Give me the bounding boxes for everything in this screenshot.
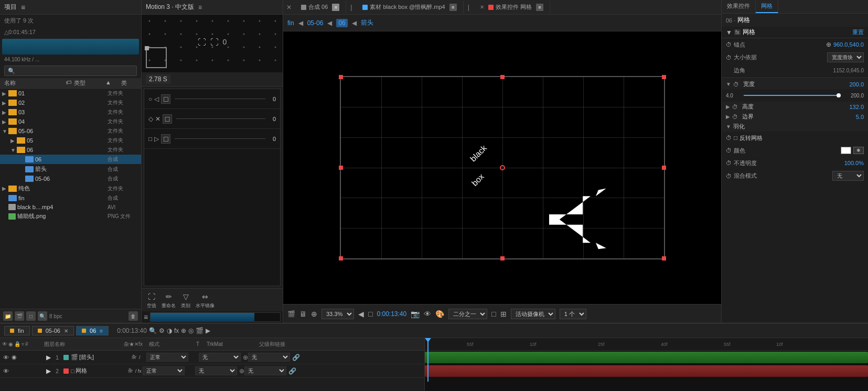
list-item[interactable]: ▶ 05 文件夹 (0, 136, 141, 145)
reset-btn[interactable]: 重置 (852, 28, 864, 36)
col-sort-icon[interactable]: ▲ (105, 79, 121, 87)
new-folder-btn[interactable]: 📁 (3, 311, 13, 321)
timeline-effects-btn[interactable]: fx (174, 327, 179, 334)
x-icon[interactable]: ✕ (155, 115, 160, 123)
show-channel-btn[interactable]: 👁 (424, 310, 431, 318)
tab06-menu[interactable]: ≡ (100, 328, 103, 334)
motion-menu-icon[interactable]: ≡ (198, 4, 202, 11)
timeline-motion-blur-btn[interactable]: ◑ (167, 327, 172, 334)
list-item[interactable]: ▶ fin 合成 (0, 193, 141, 203)
back-arrow-icon[interactable]: ◁ (154, 95, 159, 103)
list-item[interactable]: ▼ 05-06 文件夹 (0, 126, 141, 136)
rename-btn[interactable]: ✏ 重命名 (162, 291, 176, 309)
timeline-tab-0506[interactable]: 05-06 ✕ (32, 326, 74, 335)
list-item[interactable]: ▶ 03 文件夹 (0, 107, 141, 117)
list-item[interactable]: ▶ 01 文件夹 (0, 89, 141, 98)
opacity-value-text[interactable]: 100.0% (844, 160, 864, 166)
list-item[interactable]: ▶ 箭头 合成 (0, 164, 141, 174)
expand-full-btn[interactable]: ⛶ (198, 38, 206, 47)
layer2-mode-select[interactable]: 正常 (143, 366, 185, 375)
toggle-safe-btn[interactable]: ⊕ (311, 310, 317, 318)
toggle-audio-btn[interactable]: 🎬 (287, 310, 295, 318)
layer2-track-bar[interactable] (425, 365, 868, 377)
feather-section-header[interactable]: ▼ 羽化 (722, 122, 868, 132)
feather-stopwatch-icon[interactable]: ⏱ (726, 135, 732, 141)
arrow-breadcrumb[interactable]: 箭头 (361, 18, 373, 27)
toggle-transparency-btn[interactable]: □ (491, 310, 496, 318)
category-btn[interactable]: ▽ 类别 (180, 291, 191, 309)
tab-comp06[interactable]: 合成 06 ≡ (295, 1, 346, 13)
breadcrumb-sep-2[interactable]: ◀ (327, 19, 332, 27)
layer2-lock[interactable] (19, 367, 26, 375)
corner-dim-text[interactable]: 1152.0,645.0 (833, 68, 864, 73)
tab-effects[interactable]: ✕ 效果控件 网格 ≡ (474, 1, 550, 13)
snapshot-btn[interactable]: 📷 (411, 310, 420, 318)
list-item[interactable]: ▶ 02 文件夹 (0, 98, 141, 107)
project-search-input[interactable] (4, 66, 137, 76)
toggle-view-btn[interactable]: 🖥 (299, 310, 307, 318)
layer2-switch1[interactable]: 杂 (128, 367, 135, 374)
fin-breadcrumb[interactable]: fin (287, 19, 294, 27)
comp0506-breadcrumb[interactable]: 05-06 (307, 19, 324, 27)
layer2-visibility[interactable]: 👁 (2, 367, 9, 375)
blend-stopwatch-icon[interactable]: ⏱ (726, 173, 732, 179)
layer1-parent[interactable]: 无 (248, 353, 290, 362)
blend-select[interactable]: 无 (832, 171, 864, 181)
find-btn[interactable]: 🔍 (38, 311, 47, 321)
timeline-tab-fin[interactable]: fin (4, 326, 30, 335)
timeline-solo-btn[interactable]: ⚙ (159, 327, 165, 334)
layer2-trkmat[interactable]: 无 (195, 366, 237, 375)
layer1-switch2[interactable]: / (139, 355, 146, 360)
height-section-header[interactable]: ▶ ⏱ 高度 132.0 (722, 102, 868, 112)
layer1-switch1[interactable]: 杂 (132, 354, 139, 361)
width-value[interactable]: 200.0 (849, 81, 864, 88)
comp06-breadcrumb[interactable]: 06 (336, 19, 347, 27)
layer1-trkmat[interactable]: 无 (199, 353, 241, 362)
project-menu-icon[interactable]: ≡ (21, 3, 25, 12)
list-item[interactable]: ▶ 04 文件夹 (0, 117, 141, 126)
grid-tab[interactable]: 网格 (756, 0, 778, 13)
width-stopwatch-icon[interactable]: ⏱ (733, 81, 739, 88)
color-btn[interactable]: 🎨 (435, 310, 444, 318)
search-timeline-btn[interactable]: 🔍 (149, 327, 157, 334)
fwd-arrow-icon[interactable]: ▷ (154, 135, 159, 143)
size-by-select[interactable]: 宽度滑块 (827, 52, 864, 62)
delete-btn[interactable]: 🗑 (128, 311, 138, 321)
border-value[interactable]: 5.0 (856, 114, 864, 120)
anchor-stopwatch-icon[interactable]: ⏱ (726, 41, 732, 48)
list-item[interactable]: ▶ 纯色 文件夹 (0, 183, 141, 193)
layer1-expand[interactable]: ▶ (46, 354, 51, 361)
layer1-visibility[interactable]: 👁 (2, 354, 9, 361)
expand-fit-btn[interactable]: ⛶ (210, 38, 219, 47)
timeline-tab-06[interactable]: 06 ≡ (76, 326, 109, 335)
anchor-keyframe-icon[interactable]: ⊕ (826, 41, 831, 48)
layer2-parent[interactable]: 无 (244, 366, 286, 375)
new-comp-btn[interactable]: 🎬 (15, 311, 24, 321)
color-swatch[interactable] (841, 147, 851, 154)
width-slider[interactable] (744, 95, 841, 96)
camera-select[interactable]: 活动摄像机 (511, 309, 555, 319)
close-0506-tab[interactable]: ✕ (64, 328, 68, 334)
size-stopwatch-icon[interactable]: ⏱ (726, 55, 732, 61)
layer1-lock[interactable] (19, 354, 26, 361)
timeline-3d-btn[interactable]: ◎ (188, 327, 194, 334)
breadcrumb-sep-1[interactable]: ◀ (298, 19, 303, 27)
height-stopwatch-icon[interactable]: ⏱ (732, 104, 738, 110)
width-section-header[interactable]: ▼ ⏱ 宽度 200.0 (722, 79, 868, 89)
list-item[interactable]: ▼ 06 文件夹 (0, 145, 141, 155)
list-item[interactable]: ▶ black b....mp4 AVI (0, 203, 141, 211)
layer2-expand[interactable]: ▶ (46, 367, 51, 375)
layer1-mode-select[interactable]: 正常 (146, 353, 188, 362)
timeline-play-btn[interactable]: ▶ (206, 327, 210, 334)
layer2-shy[interactable] (27, 367, 35, 375)
close-effects-tab-icon[interactable]: ✕ (480, 4, 484, 10)
prev-frame-btn[interactable]: ◀ (358, 310, 364, 318)
toggle-overlay-btn[interactable]: □ (368, 310, 372, 318)
tab-blackbox[interactable]: 素材 black box @惜枫醉.mp4 ≡ (356, 1, 463, 13)
color-picker-btn[interactable]: ✱ (853, 147, 864, 154)
new-solid-btn[interactable]: □ (26, 311, 36, 321)
layer1-solo[interactable]: ◉ (10, 354, 18, 361)
layer1-track-bar[interactable] (425, 352, 868, 363)
pixel-ratio-btn[interactable]: ⊞ (500, 310, 507, 318)
motion-bottom-icon[interactable]: ≡ (144, 313, 148, 321)
